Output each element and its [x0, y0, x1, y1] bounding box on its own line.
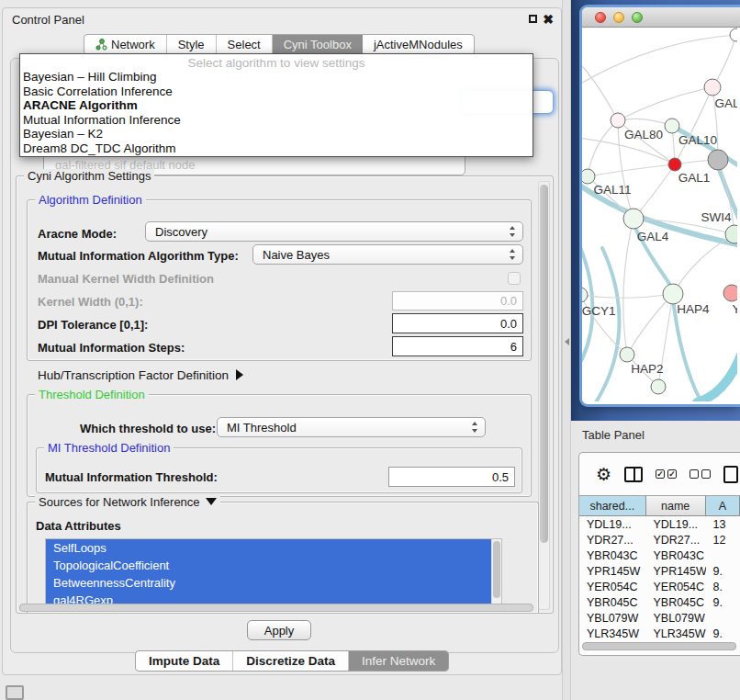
settings-scrollbar-thumb[interactable]: [540, 185, 548, 543]
zoom-traffic-light-icon[interactable]: [632, 12, 643, 23]
algorithm-item[interactable]: Bayesian – K2: [20, 127, 533, 141]
table-column-header[interactable]: shared...: [579, 495, 646, 516]
mi-threshold-value: 0.5: [492, 470, 509, 484]
settings-scrollbar[interactable]: [538, 181, 550, 610]
bottom-tab-infer-network[interactable]: Infer Network: [349, 651, 448, 671]
network-node-gal4[interactable]: [623, 209, 644, 229]
mi-threshold-group-title: MI Threshold Definition: [44, 441, 174, 455]
network-node-hap2[interactable]: [620, 347, 634, 362]
tab-cyni-toolbox[interactable]: Cyni Toolbox: [273, 35, 363, 54]
network-node-gal80[interactable]: [611, 113, 625, 128]
kernel-width-field[interactable]: 0.0: [392, 291, 523, 310]
apply-button[interactable]: Apply: [247, 620, 311, 640]
kernel-width-label: Kernel Width (0,1):: [38, 295, 143, 309]
table-row[interactable]: YBR045CYBR045C9.: [579, 594, 740, 610]
table-hscrollbar-thumb[interactable]: [582, 642, 736, 650]
table-row[interactable]: YPR145WYPR145W9.: [579, 563, 740, 579]
mi-threshold-label: Mutual Information Threshold:: [45, 470, 218, 484]
attributes-list-scrollbar[interactable]: [491, 539, 501, 609]
data-attribute-item[interactable]: BetweennessCentrality: [46, 574, 501, 592]
bottom-tabbar: Impute DataDiscretize DataInfer Network: [135, 650, 449, 672]
network-window-titlebar[interactable]: [582, 7, 740, 28]
bottom-tab-discretize-data[interactable]: Discretize Data: [233, 651, 349, 671]
hub-definition-expander[interactable]: Hub/Transcription Factor Definition: [38, 368, 243, 382]
collapse-left-icon[interactable]: [565, 338, 569, 345]
network-node[interactable]: [708, 150, 728, 170]
table-settings-gear-icon[interactable]: ⚙: [596, 466, 611, 483]
table-panel-box: ⚙ ✓✓ shared...nameA YDL19...YDL19...13YD…: [578, 452, 740, 656]
panel-splitter[interactable]: [562, 0, 571, 700]
minimize-traffic-light-icon[interactable]: [613, 12, 624, 23]
tab-select[interactable]: Select: [217, 35, 273, 54]
network-node-gal10[interactable]: [665, 119, 679, 133]
select-all-columns-icon[interactable]: ✓✓: [656, 469, 677, 479]
algorithm-item[interactable]: Basic Correlation Inference: [20, 85, 533, 99]
mi-type-combo[interactable]: Naive Bayes: [252, 244, 523, 265]
table-cell: YLR345W: [579, 626, 645, 641]
network-node-label: GAL: [714, 96, 737, 110]
algorithm-popup-list: Bayesian – Hill ClimbingBasic Correlatio…: [20, 70, 533, 155]
table-cell: YPR145W: [645, 563, 705, 579]
table-row[interactable]: YER054CYER054C8.: [579, 579, 740, 594]
table-row[interactable]: YDL19...YDL19...13: [579, 516, 740, 532]
mi-steps-value: 6: [510, 340, 517, 354]
tab-style[interactable]: Style: [167, 35, 217, 54]
data-attribute-item[interactable]: TopologicalCoefficient: [46, 557, 501, 574]
attributes-list-scrollbar-thumb[interactable]: [493, 541, 500, 598]
network-view-window[interactable]: GALGAL80GAL10GAL1GAL11SWI4GAL4GCY1HAP4YH…: [582, 7, 740, 404]
algorithm-item[interactable]: Mutual Information Inference: [20, 113, 533, 128]
aracne-mode-combo[interactable]: Discovery: [145, 221, 523, 242]
network-node-y[interactable]: [723, 285, 737, 301]
docked-panel-icon[interactable]: [6, 685, 24, 700]
network-node-gal1[interactable]: [668, 158, 681, 171]
split-columns-icon[interactable]: [624, 467, 643, 482]
tab-label: Cyni Toolbox: [284, 38, 352, 51]
tab-jactivemnodules[interactable]: jActiveMNodules: [363, 35, 474, 54]
which-threshold-combo[interactable]: MI Threshold: [217, 417, 486, 437]
close-icon[interactable]: ✖: [543, 12, 554, 27]
network-node-label: GAL4: [637, 230, 669, 243]
network-node-gcy1[interactable]: [582, 288, 588, 302]
network-node-gal11[interactable]: [582, 169, 595, 184]
table-cell: 8.: [706, 579, 740, 594]
manual-kernel-label: Manual Kernel Width Definition: [38, 272, 214, 286]
table-row[interactable]: YBR043CYBR043C: [579, 548, 740, 563]
table-column-header[interactable]: A: [706, 495, 740, 516]
bottom-tab-impute-data[interactable]: Impute Data: [136, 651, 233, 671]
algorithm-item[interactable]: Dream8 DC_TDC Algorithm: [20, 141, 533, 156]
float-window-icon[interactable]: [529, 15, 537, 23]
table-cell: YDL19...: [645, 516, 705, 532]
table-panel-title: Table Panel: [582, 428, 645, 442]
apply-button-label: Apply: [264, 624, 295, 638]
network-node[interactable]: [730, 28, 737, 41]
dpi-tolerance-field[interactable]: 0.0: [392, 313, 523, 333]
table-row[interactable]: YBL079WYBL079W: [579, 610, 740, 626]
manual-kernel-checkbox[interactable]: [508, 272, 521, 285]
network-node-hap4[interactable]: [663, 284, 683, 304]
table-row[interactable]: YLR345WYLR345W9.: [579, 626, 740, 641]
table-cell: YBL079W: [645, 610, 705, 626]
algorithm-item[interactable]: ARACNE Algorithm: [20, 98, 533, 113]
mi-threshold-field[interactable]: 0.5: [388, 467, 515, 487]
tab-network[interactable]: Network: [84, 35, 167, 54]
table-cell: [706, 610, 740, 626]
settings-hscrollbar-thumb[interactable]: [19, 604, 533, 612]
network-node[interactable]: [651, 379, 666, 394]
table-column-header[interactable]: name: [646, 495, 706, 516]
network-node-label: GAL11: [593, 183, 631, 197]
table-header-row: shared...nameA: [579, 495, 740, 516]
network-canvas[interactable]: GALGAL80GAL10GAL1GAL11SWI4GAL4GCY1HAP4YH…: [582, 28, 737, 401]
dpi-tolerance-label: DPI Tolerance [0,1]:: [38, 318, 148, 332]
table-rows: YDL19...YDL19...13YDR27...YDR27...12YBR0…: [579, 516, 740, 645]
data-attribute-item[interactable]: SelfLoops: [46, 539, 501, 557]
which-threshold-value: MI Threshold: [227, 421, 297, 435]
close-traffic-light-icon[interactable]: [595, 12, 606, 23]
table-row[interactable]: YDR27...YDR27...12: [579, 532, 740, 548]
network-node-gal[interactable]: [704, 79, 721, 96]
deselect-all-columns-icon[interactable]: [690, 469, 711, 479]
algorithm-item[interactable]: Bayesian – Hill Climbing: [20, 70, 533, 85]
new-table-icon[interactable]: [723, 466, 738, 483]
network-nodes: GALGAL80GAL10GAL1GAL11SWI4GAL4GCY1HAP4YH…: [582, 28, 737, 394]
mi-steps-field[interactable]: 6: [392, 336, 523, 356]
sources-group-title[interactable]: Sources for Network Inference: [35, 495, 220, 509]
